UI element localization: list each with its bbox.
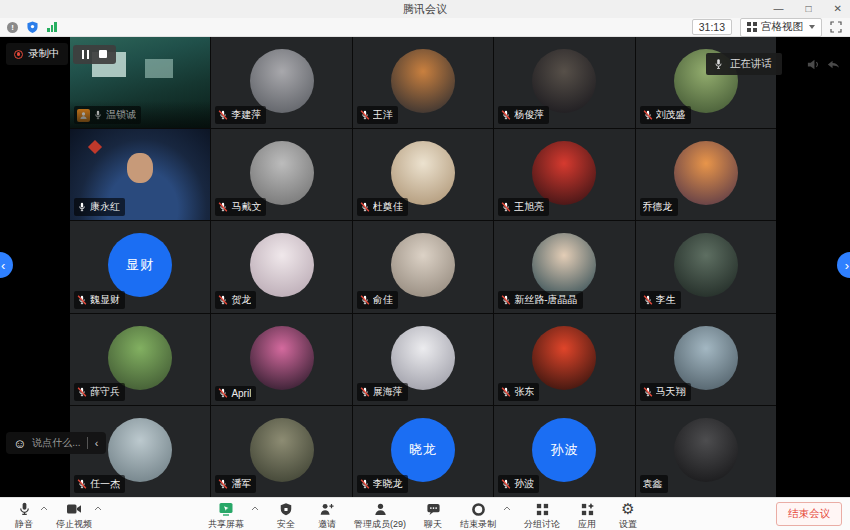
speaking-label: 正在讲话	[730, 57, 772, 71]
participant-tile[interactable]: 杜奠佳	[353, 129, 493, 220]
name-tag: 杜奠佳	[357, 198, 408, 216]
mute-options-caret[interactable]	[40, 506, 48, 511]
name-tag: 李晓龙	[357, 475, 408, 493]
avatar	[674, 418, 738, 482]
participant-tile[interactable]: 王洋	[353, 37, 493, 128]
participant-tile[interactable]: 乔德龙	[636, 129, 776, 220]
name-tag: 康永红	[74, 198, 125, 216]
chat-input[interactable]: ☺ 说点什么... ‹	[6, 432, 106, 454]
record-options-caret[interactable]	[503, 506, 511, 511]
participant-tile[interactable]: 孙波 孙波	[494, 406, 634, 497]
avatar	[250, 326, 314, 390]
toolbar-left: 静音 停止视频	[0, 498, 110, 530]
record-dot-icon	[14, 50, 23, 59]
emoji-icon[interactable]: ☺	[13, 437, 26, 450]
avatar: 孙波	[532, 418, 596, 482]
security-button[interactable]: 安全	[272, 501, 300, 530]
mic-status-icon	[360, 110, 370, 120]
name-tag: 杨俊萍	[498, 106, 549, 124]
pause-recording-button[interactable]	[82, 50, 90, 59]
participant-tile[interactable]: 袁鑫	[636, 406, 776, 497]
settings-button[interactable]: ⚙ 设置	[614, 501, 642, 530]
breakout-squares-icon	[535, 502, 550, 517]
maximize-button[interactable]: □	[802, 0, 816, 18]
participant-name: 王洋	[373, 108, 393, 122]
participant-name: 刘茂盛	[656, 108, 686, 122]
participant-tile[interactable]: 俞佳	[353, 221, 493, 312]
share-options-caret[interactable]	[251, 506, 259, 511]
manage-members-button[interactable]: 管理成员(29)	[354, 501, 406, 530]
name-tag: 王洋	[357, 106, 398, 124]
mic-status-icon	[501, 295, 511, 305]
mic-status-icon	[77, 202, 87, 212]
next-page-button[interactable]: ›	[837, 252, 850, 278]
participant-tile[interactable]: 晓龙 李晓龙	[353, 406, 493, 497]
stop-record-button[interactable]: 结束录制	[460, 501, 496, 530]
window-controls: — □ ✕	[770, 0, 846, 18]
participant-tile[interactable]: 李生	[636, 221, 776, 312]
participant-name: 贺龙	[231, 293, 251, 307]
participant-tile[interactable]: 杨俊萍	[494, 37, 634, 128]
shield-status-icon[interactable]	[27, 21, 38, 33]
participant-tile[interactable]: 王旭亮	[494, 129, 634, 220]
avatar	[674, 233, 738, 297]
participant-name: 张东	[514, 385, 534, 399]
chat-button[interactable]: 聊天	[419, 501, 447, 530]
participant-tile[interactable]: 新丝路-唐晶晶	[494, 221, 634, 312]
participant-name: 杜奠佳	[373, 200, 403, 214]
participant-tile[interactable]: 马天翔	[636, 314, 776, 405]
name-tag: 新丝路-唐晶晶	[498, 291, 582, 309]
info-icon[interactable]: !	[7, 22, 18, 33]
participant-tile[interactable]: 刘茂盛	[636, 37, 776, 128]
participant-tile[interactable]: 马戴文	[211, 129, 351, 220]
name-tag: 孙波	[498, 475, 539, 493]
name-tag: April	[215, 386, 256, 401]
end-meeting-button[interactable]: 结束会议	[776, 502, 842, 526]
avatar	[532, 233, 596, 297]
participant-tile[interactable]: 显财 魏显财	[70, 221, 210, 312]
share-screen-button[interactable]: 共享屏幕	[208, 501, 244, 530]
layout-view-button[interactable]: 宫格视图	[740, 18, 822, 37]
mic-icon	[713, 58, 724, 70]
stop-video-button[interactable]: 停止视频	[56, 501, 92, 530]
participant-tile[interactable]: 李建萍	[211, 37, 351, 128]
participant-tile[interactable]: 康永红	[70, 129, 210, 220]
participant-name: 温锁诚	[106, 108, 136, 122]
name-tag: 袁鑫	[640, 475, 668, 493]
name-tag: 魏显财	[74, 291, 125, 309]
speaker-icon[interactable]	[806, 57, 821, 72]
mic-status-icon	[218, 388, 228, 398]
bottom-toolbar: 静音 停止视频 共享屏幕 安全 邀请	[0, 497, 850, 530]
mic-status-icon	[360, 202, 370, 212]
invite-button[interactable]: 邀请	[313, 501, 341, 530]
participant-tile[interactable]: 潘军	[211, 406, 351, 497]
meeting-timer: 31:13	[692, 19, 732, 35]
close-button[interactable]: ✕	[830, 0, 846, 18]
breakout-rooms-button[interactable]: 分组讨论	[524, 501, 560, 530]
video-options-caret[interactable]	[94, 506, 102, 511]
previous-page-button[interactable]: ‹	[0, 252, 13, 278]
gear-icon: ⚙	[621, 501, 634, 517]
participant-name: 魏显财	[90, 293, 120, 307]
participant-tile[interactable]: 贺龙	[211, 221, 351, 312]
participant-tile[interactable]: 薛守兵	[70, 314, 210, 405]
mute-button[interactable]: 静音	[10, 501, 38, 530]
network-signal-icon[interactable]	[47, 22, 57, 32]
participant-tile[interactable]: 展海萍	[353, 314, 493, 405]
toolbar-right: 结束会议	[776, 498, 850, 530]
participant-tile[interactable]: April	[211, 314, 351, 405]
recording-label: 录制中	[28, 47, 60, 61]
fullscreen-icon[interactable]	[830, 21, 842, 33]
name-tag: 马天翔	[640, 383, 691, 401]
collapse-chat-icon[interactable]: ‹	[94, 438, 100, 448]
stop-recording-button[interactable]	[99, 50, 107, 58]
participant-tile[interactable]: 张东	[494, 314, 634, 405]
mic-icon	[17, 501, 32, 517]
chat-placeholder: 说点什么...	[32, 436, 80, 450]
apps-button[interactable]: 应用	[573, 501, 601, 530]
minimize-button[interactable]: —	[770, 0, 788, 18]
members-icon	[372, 502, 387, 517]
participant-name: 展海萍	[373, 385, 403, 399]
reply-arrow-icon[interactable]	[826, 57, 841, 72]
name-tag: 俞佳	[357, 291, 398, 309]
